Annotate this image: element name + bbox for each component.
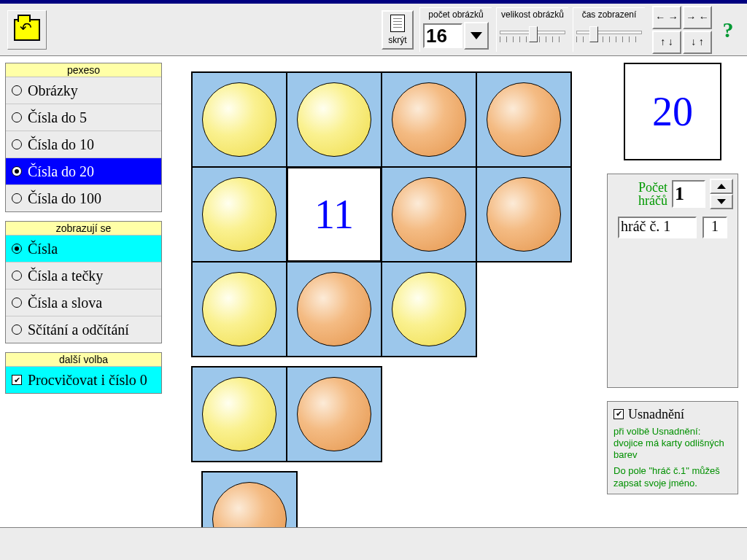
panel-zobrazuji: zobrazují se Čísla Čísla a tečky Čísla a… [5,221,162,343]
card[interactable] [381,71,477,168]
card[interactable] [286,261,382,357]
opt-cisla-10[interactable]: Čísla do 10 [6,131,161,158]
player-count-down-button[interactable] [710,194,733,209]
footer-bar [0,527,747,560]
arrow-expand-h-button[interactable]: ← → [652,6,681,29]
image-size-group: velikost obrázků [496,7,568,52]
yellow-ball-icon [392,272,466,346]
arrow-contract-h-button[interactable]: → ← [683,6,712,29]
player-count-spinner [710,179,733,209]
hints-panel: ✔Usnadnění při volbě Usnadnění: dvojice … [607,401,738,494]
card [476,261,572,357]
yellow-ball-icon [202,272,276,346]
toolbar: skrýt počet obrázků 16 velikost obrázků … [0,0,747,56]
players-panel: Počethráčů 1 hráč č. 1 1 [607,174,738,388]
board-area: 11 [191,71,578,560]
card[interactable] [191,261,287,357]
panel-pexeso-title: pexeso [6,63,161,77]
orange-ball-icon [392,82,466,157]
card [381,366,477,462]
card[interactable] [191,166,287,262]
player-count-label: Počethráčů [638,181,667,207]
opt-obrazky[interactable]: Obrázky [6,77,161,104]
opt-cisla-5[interactable]: Čísla do 5 [6,104,161,131]
opt-procvicovat-0[interactable]: ✔Procvičovat i číslo 0 [6,367,161,393]
display-time-caption: čas zobrazení [582,9,637,21]
panel-dalsi-title: další volba [6,353,161,367]
image-count-group: počet obrázků 16 [419,7,492,52]
image-count-dropdown[interactable] [464,22,489,50]
orange-ball-icon [487,82,561,157]
image-size-slider[interactable] [500,26,565,45]
opt-cisla-100[interactable]: Čísla do 100 [6,185,161,211]
display-time-group: čas zobrazení [573,7,645,52]
panel-zobrazuji-title: zobrazují se [6,222,161,236]
card-grid: 11 [191,71,578,560]
easy-mode-checkbox[interactable]: ✔Usnadnění [614,406,732,423]
player-1-score: 1 [703,217,727,238]
opt-cisla-tecky[interactable]: Čísla a tečky [6,262,161,289]
card[interactable]: 11 [286,166,382,262]
orange-ball-icon [487,177,561,252]
opt-cisla-20[interactable]: Čísla do 20 [6,158,161,185]
hide-button[interactable]: skrýt [382,10,414,50]
orange-ball-icon [297,272,371,346]
sidebar: pexeso Obrázky Čísla do 5 Čísla do 10 Čí… [5,63,162,394]
yellow-ball-icon [202,177,276,252]
open-folder-button[interactable] [7,10,47,50]
arrow-expand-v-button[interactable]: ↑ ↓ [652,31,681,54]
hint-text-2: Do pole "hráč č.1" můžeš zapsat svoje jm… [614,465,732,489]
orange-ball-icon [392,177,466,252]
revealed-number: 11 [314,191,354,238]
image-count-value[interactable]: 16 [423,23,462,48]
player-row-1: hráč č. 1 1 [612,217,733,238]
hide-button-label: skrýt [388,35,406,45]
yellow-ball-icon [202,82,276,157]
panel-dalsi: další volba ✔Procvičovat i číslo 0 [5,352,162,394]
yellow-ball-icon [202,377,276,451]
card[interactable] [191,71,287,168]
card[interactable] [286,366,382,462]
move-arrows: ← → ↑ ↓ → ← ↓ ↑ [652,6,712,54]
player-count-row: Počethráčů 1 [612,179,733,209]
folder-up-icon [14,19,40,41]
card[interactable] [476,71,572,168]
card[interactable] [381,261,477,357]
player-1-name-input[interactable]: hráč č. 1 [618,217,697,238]
right-column: 20 Počethráčů 1 hráč č. 1 1 ✔Usnadnění p… [607,63,738,524]
opt-cisla-slova[interactable]: Čísla a slova [6,289,161,316]
help-button[interactable]: ? [716,18,740,42]
opt-scitani[interactable]: Sčítání a odčítání [6,316,161,343]
opt-cisla[interactable]: Čísla [6,236,161,262]
image-count-caption: počet obrázků [428,9,483,21]
yellow-ball-icon [297,82,371,157]
player-count-value[interactable]: 1 [672,180,705,208]
panel-pexeso: pexeso Obrázky Čísla do 5 Čísla do 10 Čí… [5,63,162,212]
orange-ball-icon [297,377,371,451]
arrow-contract-v-button[interactable]: ↓ ↑ [683,31,712,54]
card[interactable] [191,366,287,462]
card[interactable] [286,71,382,168]
card[interactable] [381,166,477,262]
player-count-up-button[interactable] [710,179,733,194]
current-number-display: 20 [624,63,721,160]
display-time-slider[interactable] [576,26,642,45]
card[interactable] [476,166,572,262]
hint-text-1: při volbě Usnadnění: dvojice má karty od… [614,426,732,462]
document-icon [390,15,405,32]
image-size-caption: velikost obrázků [501,9,564,21]
